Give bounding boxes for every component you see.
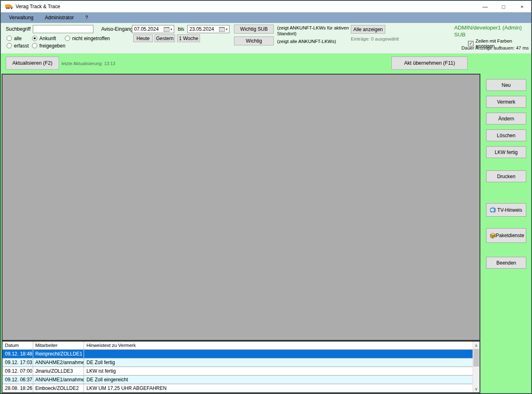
scroll-down-icon[interactable]: ∨ [473,385,480,392]
truck-app-icon [5,4,14,9]
minimize-icon[interactable]: — [476,1,494,12]
paketdienste-button[interactable]: Paketdienste [486,228,526,243]
table-row[interactable]: 09.12. 06:37 ANNAHME1/annahme1 DE Zoll e… [2,375,473,384]
last-update-status: letzte Aktualisierung: 13:13 [61,61,115,66]
window-title: Verag Track & Trace [16,1,60,12]
close-icon[interactable]: × [513,1,531,12]
aktualisieren-button[interactable]: Aktualisieren (F2) [6,57,59,70]
vermerk-table-content: Datum Mitarbeiter Hinweistext zu Vermerk… [2,342,473,392]
action-bar: Aktualisieren (F2) letzte Aktualisierung… [1,53,531,73]
chevron-down-icon[interactable]: ▾ [226,27,229,31]
search-input[interactable] [33,25,93,33]
date-from-value: 07.05.2024 [132,26,164,32]
table-scrollbar[interactable]: ∧ ∨ [473,342,480,392]
table-row[interactable]: 09.12. 07:00 Jinariu/ZOLLDE3 LKW ist fer… [2,367,473,375]
dauer-status: Dauer Anzeige aufbauen: 47 ms [462,45,529,50]
body-area: Datum Mitarbeiter Hinweistext zu Vermerk… [1,73,531,393]
heute-button[interactable]: Heute [133,34,153,42]
wichtig-hint: (zeigt alle ANKUNFT-LKWs) [277,38,363,44]
aviso-label: Aviso-Eingang [101,26,133,32]
chevron-down-icon[interactable]: ▾ [171,27,174,31]
akt-uebernehmen-button[interactable]: Akt übernehmen (F11) [391,57,468,70]
beenden-button[interactable]: Beenden [486,257,526,269]
radio-freigegeben[interactable]: freigegeben [32,43,65,49]
search-label: Suchbegriff [6,26,31,32]
calendar-icon [219,27,225,32]
app-window: Verag Track & Trace — □ × Verwaltung Adm… [0,0,532,394]
drucken-button[interactable]: Drucken [486,170,526,182]
menu-help[interactable]: ? [80,12,94,23]
radio-ankunft[interactable]: Ankunft [32,35,56,41]
scroll-up-icon[interactable]: ∧ [473,342,480,349]
wichtig-sub-button[interactable]: Wichtig SUB [234,25,274,34]
main-column: Datum Mitarbeiter Hinweistext zu Vermerk… [2,74,480,393]
radio-erfasst[interactable]: erfasst [7,43,29,49]
package-icon [489,232,496,239]
table-row[interactable]: 09.12. 17:03 ANNAHME2/annahme2 DE Zoll f… [2,358,473,367]
result-list-area [2,74,480,341]
date-to-picker[interactable]: 23.05.2024 ▾ [187,25,230,33]
date-to-value: 23.05.2024 [188,26,219,32]
window-controls: — □ × [476,1,531,12]
radio-circle-icon [7,43,12,48]
radio-nicht-eingetroffen[interactable]: nicht eingetroffen [65,35,110,41]
col-header-hinweistext[interactable]: Hinweistext zu Vermerk [84,342,473,349]
wichtig-button[interactable]: Wichtig [234,36,274,45]
loeschen-button[interactable]: Löschen [486,129,526,141]
gestern-button[interactable]: Gestern [155,34,175,42]
menu-administrator[interactable]: Administrator [39,12,80,23]
woche-button[interactable]: 1 Woche [177,34,200,42]
radio-circle-icon [32,36,37,41]
user-line1: ADMIN/developer1 (Admin) [454,24,522,31]
sidebar: Neu Vermerk Ändern Löschen LKW fertig Dr… [480,73,531,393]
col-header-datum[interactable]: Datum [2,342,33,349]
radio-circle-icon [7,36,12,41]
radio-alle[interactable]: alle [7,35,22,41]
table-row[interactable]: 28.08. 18:26 Einboeck/ZOLLDE2 LKW UM 17,… [2,384,473,392]
menu-verwaltung[interactable]: Verwaltung [3,12,39,23]
tv-icon [489,206,496,213]
eintraege-status: Einträge: 0 ausgewählt [351,36,399,41]
bis-label: bis [178,26,184,32]
menu-bar: Verwaltung Administrator ? [1,12,531,23]
radio-circle-icon [65,36,70,41]
wichtig-sub-hint: (zeigt ANKUNFT-LKWs für aktiven Standort… [277,25,350,36]
calendar-icon [164,27,170,32]
alle-anzeigen-button[interactable]: Alle anzeigen [351,25,385,34]
aendern-button[interactable]: Ändern [486,113,526,125]
user-info: ADMIN/developer1 (Admin) SUB [454,24,522,38]
tv-hinweis-button[interactable]: TV-Hinweis [486,203,526,217]
table-header-row: Datum Mitarbeiter Hinweistext zu Vermerk [2,342,473,349]
lkw-fertig-button[interactable]: LKW fertig [486,146,526,158]
title-bar: Verag Track & Trace — □ × [1,1,531,12]
user-line2: SUB [454,31,522,38]
table-row[interactable]: 09.12. 18:48 Reinprecht/ZOLLDE1 [2,349,473,358]
radio-circle-icon [32,43,37,48]
date-from-picker[interactable]: 07.05.2024 ▾ [132,25,174,33]
col-header-mitarbeiter[interactable]: Mitarbeiter [33,342,84,349]
vermerk-button[interactable]: Vermerk [486,96,526,108]
neu-button[interactable]: Neu [486,79,526,91]
vermerk-table: Datum Mitarbeiter Hinweistext zu Vermerk… [2,341,480,393]
maximize-icon[interactable]: □ [494,1,513,12]
scrollbar-thumb[interactable] [473,349,479,367]
filter-toolbar: Suchbegriff alle Ankunft nicht eingetrof… [1,23,531,53]
